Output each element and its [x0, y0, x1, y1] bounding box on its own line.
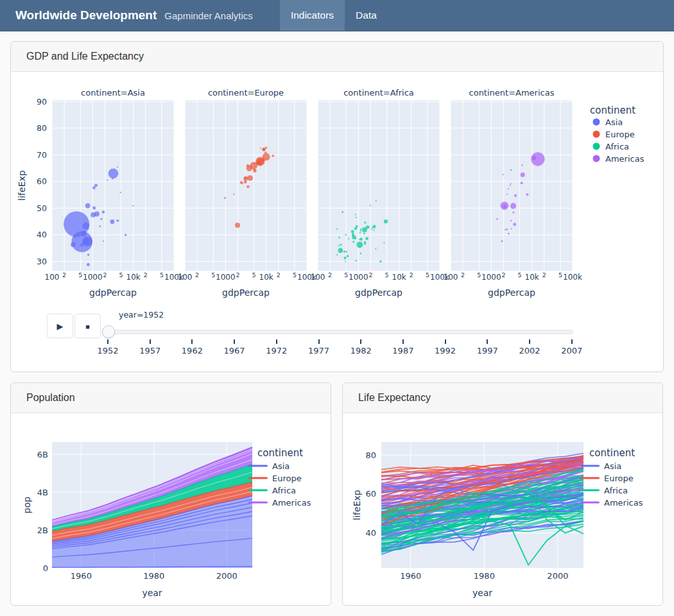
svg-text:Europe: Europe: [604, 474, 634, 483]
slider-year-1957: 1957: [139, 346, 160, 355]
slider-tick: [191, 339, 193, 344]
slider-tick: [360, 339, 361, 344]
y-tick-label: 80: [365, 450, 376, 460]
svg-text:Africa: Africa: [272, 486, 296, 495]
x-axis-title: gdpPercap: [488, 287, 535, 298]
slider-tick: [107, 339, 108, 344]
facet-plot-area-asia[interactable]: [52, 100, 174, 271]
legend-entry-asia[interactable]: Asia: [580, 461, 621, 471]
y-tick-label: 40: [365, 528, 376, 538]
population-card: Population 196019802000yearpop02B4B6Bcon…: [10, 382, 331, 606]
x-tick-label: 1000: [481, 273, 501, 282]
x-minor-tick: 2: [328, 271, 332, 278]
facet-plot-area-africa[interactable]: [318, 100, 440, 271]
stop-button[interactable]: ■: [74, 314, 101, 338]
facet-title: continent=Africa: [343, 88, 414, 98]
svg-text:Asia: Asia: [604, 461, 621, 471]
life-expectancy-line-chart[interactable]: 196019802000yearlifeExp406080continentAs…: [343, 413, 662, 606]
x-minor-tick: 5: [160, 271, 164, 278]
legend-title: continent: [590, 105, 635, 116]
legend-entry-americas[interactable]: Americas: [248, 498, 311, 508]
tab-indicators[interactable]: Indicators: [280, 0, 345, 31]
gdp-scatter-chart[interactable]: continent=Asia100100010k100k252525gdpPer…: [11, 71, 663, 310]
y-tick-label: 90: [37, 97, 47, 107]
tab-data[interactable]: Data: [345, 0, 388, 31]
slider-year-1992: 1992: [435, 346, 456, 355]
svg-text:Americas: Americas: [604, 498, 643, 508]
x-minor-tick: 2: [62, 271, 66, 278]
slider-tick: [487, 339, 488, 344]
facet-title: continent=Asia: [81, 88, 145, 98]
slider-year-1972: 1972: [266, 346, 287, 355]
slider-tick: [529, 339, 530, 344]
play-button[interactable]: ▶: [47, 314, 73, 338]
legend-entry-africa[interactable]: Africa: [248, 486, 296, 495]
slider-tick: [402, 339, 404, 344]
nav-tabs: Indicators Data: [280, 0, 388, 31]
x-minor-tick: 2: [195, 271, 199, 278]
x-axis-title: gdpPercap: [89, 287, 137, 298]
x-minor-tick: 2: [368, 271, 372, 278]
slider-year-1977: 1977: [308, 346, 329, 355]
x-axis-title: gdpPercap: [222, 287, 270, 298]
legend-entry-africa[interactable]: Africa: [593, 142, 630, 151]
svg-text:Americas: Americas: [605, 154, 644, 164]
legend-entry-europe[interactable]: Europe: [580, 474, 634, 483]
x-minor-tick: 5: [78, 271, 82, 278]
population-area-chart[interactable]: 196019802000yearpop02B4B6BcontinentAsiaE…: [11, 413, 331, 606]
x-minor-tick: 5: [119, 271, 123, 278]
legend-entry-europe[interactable]: Europe: [248, 474, 302, 483]
legend-entry-americas[interactable]: Americas: [580, 498, 643, 508]
facet-plot-area-europe[interactable]: [185, 100, 307, 271]
y-tick-label: 50: [37, 203, 47, 213]
legend-title: continent: [257, 447, 303, 459]
x-minor-tick: 2: [103, 271, 107, 278]
y-tick-label: 60: [365, 489, 376, 499]
slider-tick: [318, 339, 320, 344]
legend-entry-americas[interactable]: Americas: [593, 154, 644, 164]
slider-year-2007: 2007: [561, 346, 582, 355]
x-minor-tick: 5: [518, 271, 522, 278]
x-axis-title: gdpPercap: [355, 287, 402, 298]
y-axis-title: lifeExp: [352, 490, 362, 520]
x-tick-label: 1000: [216, 273, 236, 282]
x-tick-label: 100: [444, 273, 458, 282]
x-tick-label: 2000: [547, 571, 568, 581]
y-tick-label: 30: [37, 257, 47, 266]
y-tick-label: 2B: [37, 526, 48, 535]
x-tick-label: 100: [311, 273, 325, 282]
x-tick-label: 1980: [143, 571, 164, 581]
slider-tick: [234, 339, 235, 344]
x-minor-tick: 5: [558, 271, 562, 278]
legend-entry-asia[interactable]: Asia: [593, 117, 623, 127]
legend-entry-asia[interactable]: Asia: [248, 461, 289, 471]
slider-tick: [445, 339, 446, 344]
x-tick-label: 100: [178, 273, 193, 282]
facet-plot-area-americas[interactable]: [451, 100, 573, 271]
svg-text:Europe: Europe: [272, 474, 302, 483]
x-minor-tick: 5: [293, 271, 297, 278]
legend-entry-europe[interactable]: Europe: [593, 130, 635, 139]
facet-title: continent=Americas: [469, 88, 555, 98]
x-minor-tick: 2: [144, 271, 148, 278]
slider-year-2002: 2002: [519, 346, 540, 355]
x-axis-title: year: [142, 588, 162, 598]
y-axis-title: pop: [22, 497, 32, 513]
year-slider-track[interactable]: [107, 330, 573, 334]
year-slider-handle[interactable]: [102, 325, 115, 338]
x-tick-label: 1960: [400, 571, 421, 581]
play-icon: ▶: [57, 321, 64, 331]
x-tick-label: 1960: [71, 571, 92, 581]
y-tick-label: 40: [37, 230, 47, 239]
slider-year-1987: 1987: [392, 346, 413, 355]
x-tick-label: 1980: [474, 571, 495, 581]
life-expectancy-card: Life Expectancy 196019802000yearlifeExp4…: [342, 382, 663, 606]
legend-title: continent: [589, 447, 635, 459]
slider-year-1982: 1982: [350, 346, 372, 355]
x-minor-tick: 2: [501, 271, 505, 278]
gdp-life-expectancy-card: GDP and Life Expectancy continent=Asia10…: [10, 41, 664, 372]
x-minor-tick: 2: [461, 271, 465, 278]
life-card-title: Life Expectancy: [343, 383, 662, 413]
x-minor-tick: 5: [477, 271, 481, 278]
legend-entry-africa[interactable]: Africa: [580, 486, 628, 495]
